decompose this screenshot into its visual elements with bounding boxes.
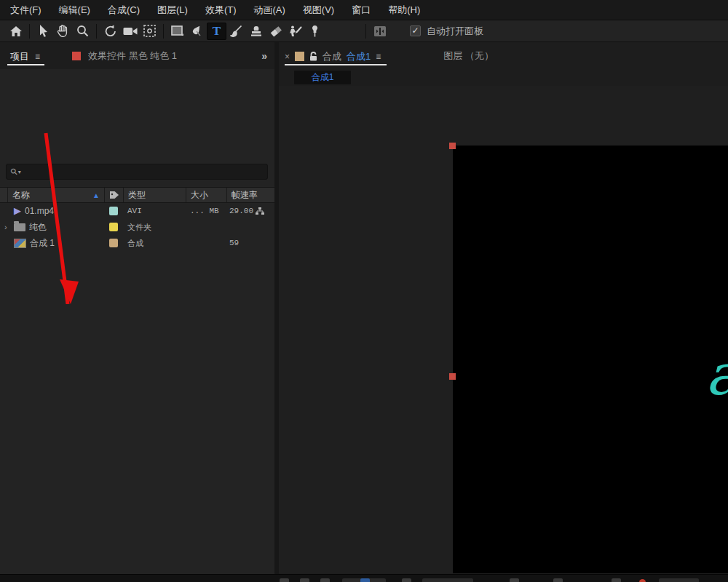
tab-project-label: 项目 <box>10 50 29 63</box>
viewer-bottom-toolbar <box>0 574 728 582</box>
menu-item-file[interactable]: 文件(F) <box>10 4 41 17</box>
expand-arrow-icon[interactable]: › <box>4 223 10 231</box>
tab-layer-viewer[interactable]: 图层 （无） <box>443 49 494 63</box>
tab-effect-controls-label: 效果控件 黑色 纯色 1 <box>88 49 177 63</box>
panel-menu-icon[interactable]: ≡ <box>35 52 40 62</box>
menu-item-help[interactable]: 帮助(H) <box>388 4 420 17</box>
tool-bar: T ✓ 自动打开面板 <box>0 20 728 42</box>
puppet-pin-tool-icon[interactable] <box>305 23 325 40</box>
composition-name: 合成 1 <box>30 237 55 250</box>
project-panel: 项目 ≡ 效果控件 黑色 纯色 1 » ⚲ ▾ 名称 ▲ 类型 大小 帧速率 ▶… <box>0 42 274 582</box>
footage-play-icon: ▶ <box>14 207 21 215</box>
partial-icon[interactable] <box>300 578 309 582</box>
clone-stamp-tool-icon[interactable] <box>246 23 266 40</box>
menu-item-edit[interactable]: 编辑(E) <box>59 4 90 17</box>
menu-item-effect[interactable]: 效果(T) <box>205 4 237 17</box>
table-row-folder[interactable]: › 纯色 文件夹 <box>0 219 274 235</box>
camera-tool-icon[interactable] <box>120 23 140 40</box>
workspace-panel-icon[interactable] <box>370 23 389 40</box>
table-row-composition[interactable]: 合成 1 合成 59 <box>0 235 274 251</box>
project-panel-header: 项目 ≡ 效果控件 黑色 纯色 1 » <box>0 42 274 69</box>
composition-panel-header: × 合成 合成1 ≡ 图层 （无） <box>279 42 728 69</box>
rotate-tool-icon[interactable] <box>100 23 120 40</box>
folder-icon <box>14 223 25 231</box>
menu-item-view[interactable]: 视图(V) <box>303 4 334 17</box>
panel-overflow-icon[interactable]: » <box>261 50 266 62</box>
partial-icon[interactable] <box>320 578 330 582</box>
toolbar-separator <box>29 24 30 39</box>
selection-tool-icon[interactable] <box>33 23 53 40</box>
toolbar-separator <box>96 24 97 39</box>
partial-icon-red[interactable] <box>639 579 646 582</box>
brush-tool-icon[interactable] <box>226 23 246 40</box>
tab-project[interactable]: 项目 ≡ <box>10 42 40 69</box>
text-tool-icon[interactable]: T <box>207 23 226 40</box>
partial-icon[interactable] <box>553 578 563 582</box>
partial-dropdown[interactable] <box>422 578 473 582</box>
label-color-chip[interactable] <box>109 239 118 247</box>
panel-menu-icon[interactable]: ≡ <box>376 52 381 62</box>
selection-handle-top-left[interactable] <box>449 143 456 149</box>
footage-size: ... MB <box>186 207 226 215</box>
comp-tab-name: 合成1 <box>347 50 371 63</box>
menu-item-animation[interactable]: 动画(A) <box>254 4 285 17</box>
partial-icon-blue[interactable] <box>360 578 370 582</box>
menu-item-composition[interactable]: 合成(C) <box>108 4 140 17</box>
toolbar-separator <box>163 24 164 39</box>
sort-ascending-icon[interactable]: ▲ <box>92 191 100 199</box>
close-icon[interactable]: × <box>285 52 290 62</box>
viewer-subtab-bar: 合成1 <box>279 69 728 86</box>
shape-tool-icon[interactable] <box>167 23 187 40</box>
footage-name: 01.mp4 <box>25 206 54 216</box>
label-color-chip[interactable] <box>109 223 118 231</box>
column-header-label[interactable] <box>104 188 123 202</box>
auto-open-label: 自动打开面板 <box>427 25 483 38</box>
text-layer-partial-glyph: a <box>705 342 728 407</box>
menu-bar: 文件(F) 编辑(E) 合成(C) 图层(L) 效果(T) 动画(A) 视图(V… <box>0 0 728 20</box>
tab-composition-viewer[interactable]: × 合成 合成1 ≡ <box>285 42 387 69</box>
column-header-size[interactable]: 大小 <box>186 188 226 202</box>
folder-name: 纯色 <box>29 221 47 234</box>
effect-controls-color-icon <box>72 52 81 60</box>
tab-effect-controls[interactable]: 效果控件 黑色 纯色 1 <box>72 49 177 63</box>
auto-open-panel-toggle[interactable]: ✓ 自动打开面板 <box>410 25 483 38</box>
auto-open-checkbox[interactable]: ✓ <box>410 25 421 36</box>
pan-behind-tool-icon[interactable] <box>140 23 159 40</box>
home-icon[interactable] <box>6 23 25 40</box>
partial-icon[interactable] <box>510 578 519 582</box>
column-header-framerate[interactable]: 帧速率 <box>226 188 269 202</box>
roto-brush-tool-icon[interactable] <box>285 23 305 40</box>
column-header-type[interactable]: 类型 <box>123 188 186 202</box>
composition-thumbnail-icon <box>14 239 26 248</box>
toolbar-separator <box>365 24 366 39</box>
eraser-tool-icon[interactable] <box>266 23 285 40</box>
zoom-tool-icon[interactable] <box>73 23 92 40</box>
table-row-footage[interactable]: ▶ 01.mp4 AVI ... MB 29.00 <box>0 203 274 219</box>
interpret-footage-icon <box>256 207 264 215</box>
project-table-header: 名称 ▲ 类型 大小 帧速率 <box>0 187 274 203</box>
comp-tab-prefix: 合成 <box>323 50 341 63</box>
column-header-name[interactable]: 名称 ▲ <box>7 188 104 202</box>
selection-handle-middle-left[interactable] <box>449 373 456 380</box>
pen-tool-icon[interactable] <box>187 23 207 40</box>
composition-panel: × 合成 合成1 ≡ 图层 （无） 合成1 a <box>279 42 728 582</box>
tag-icon <box>109 191 119 199</box>
label-color-chip[interactable] <box>109 207 118 215</box>
partial-icon[interactable] <box>280 578 289 582</box>
search-input[interactable]: ⚲ ▾ <box>6 164 268 180</box>
footage-type: AVI <box>123 207 186 215</box>
menu-item-layer[interactable]: 图层(L) <box>157 4 188 17</box>
footage-framerate: 29.00 <box>226 207 269 215</box>
menu-item-window[interactable]: 窗口 <box>352 4 371 17</box>
composition-viewer[interactable]: a <box>279 86 728 573</box>
comp-color-chip <box>295 52 304 61</box>
search-icon: ⚲ <box>8 166 20 178</box>
subtab-comp1[interactable]: 合成1 <box>294 71 351 84</box>
partial-dropdown[interactable] <box>659 578 699 582</box>
composition-type: 合成 <box>123 238 186 249</box>
lock-icon[interactable] <box>309 52 317 61</box>
composition-canvas[interactable] <box>453 146 728 573</box>
partial-icon[interactable] <box>402 578 411 582</box>
hand-tool-icon[interactable] <box>53 23 73 40</box>
partial-icon[interactable] <box>612 578 621 582</box>
